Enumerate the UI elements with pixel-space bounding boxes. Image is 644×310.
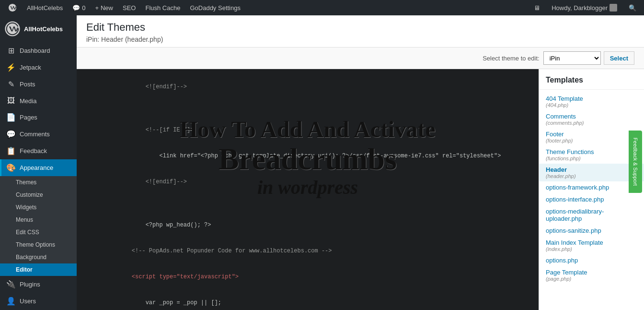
users-icon: 👤 <box>6 297 16 306</box>
comments-nav-label: Comments <box>20 131 50 138</box>
page-subtitle: iPin: Header (header.php) <box>86 36 634 43</box>
godaddy-button[interactable]: GoDaddy Settings <box>186 0 244 15</box>
template-main-index-file: (index.php) <box>546 246 637 252</box>
template-404-file: (404.php) <box>546 102 637 108</box>
select-button[interactable]: Select <box>604 51 634 65</box>
theme-options-label: Theme Options <box>16 241 55 248</box>
template-item-comments[interactable]: Comments (comments.php) <box>539 110 644 128</box>
feedback-tab-label: Feedback & Support <box>632 138 638 186</box>
template-header-name: Header <box>546 166 637 173</box>
sidebar-item-editor[interactable]: Editor <box>0 263 77 276</box>
sidebar-item-themes[interactable]: Themes <box>0 176 77 189</box>
flush-cache-button[interactable]: Flush Cache <box>141 0 184 15</box>
admin-bar: AllHotCelebs 💬 0 + New SEO Flush Cache G… <box>0 0 644 15</box>
sidebar-item-edit-css[interactable]: Edit CSS <box>0 226 77 238</box>
dashboard-icon: ⊞ <box>6 46 16 55</box>
posts-label: Posts <box>20 81 35 88</box>
comment-count: 0 <box>82 4 85 12</box>
sidebar-item-menus[interactable]: Menus <box>0 214 77 226</box>
sidebar-item-comments[interactable]: 💬 Comments <box>0 126 77 143</box>
comments-button[interactable]: 💬 0 <box>69 0 89 15</box>
templates-title: Templates <box>539 74 644 90</box>
sidebar-item-media[interactable]: 🖼 Media <box>0 93 77 109</box>
template-comments-name: Comments <box>546 113 637 120</box>
sidebar-site-name: AllHotCelebs <box>24 25 63 33</box>
users-label: Users <box>20 298 36 305</box>
menus-label: Menus <box>16 216 33 223</box>
template-page-file: (page.php) <box>546 276 637 282</box>
template-functions-name: Theme Functions <box>546 148 637 155</box>
screen-icon: 🖥 <box>534 4 540 12</box>
jetpack-label: Jetpack <box>20 64 41 71</box>
appearance-icon: 🎨 <box>6 163 16 172</box>
seo-label: SEO <box>123 4 136 12</box>
sidebar-item-background[interactable]: Background <box>0 251 77 263</box>
background-label: Background <box>16 254 46 261</box>
jetpack-icon: ⚡ <box>6 63 16 72</box>
template-item-options-interface[interactable]: options-interface.php <box>539 193 644 205</box>
search-icon-button[interactable]: 🔍 <box>625 0 640 15</box>
template-item-main-index[interactable]: Main Index Template (index.php) <box>539 237 644 254</box>
template-footer-file: (footer.php) <box>546 138 637 143</box>
template-options-name: options.php <box>546 257 637 264</box>
sidebar-item-appearance[interactable]: 🎨 Appearance <box>0 159 77 176</box>
selector-label: Select theme to edit: <box>483 55 540 62</box>
site-name-button[interactable]: AllHotCelebs <box>23 0 67 15</box>
template-options-medialibrary-name: options-medialibrary-uploader.php <box>546 208 637 222</box>
new-icon: + <box>95 4 99 12</box>
appearance-label: Appearance <box>20 164 53 171</box>
screen-options-button[interactable]: 🖥 <box>530 0 544 15</box>
theme-select-wrapper: iPin Select <box>543 51 634 65</box>
sidebar-item-users[interactable]: 👤 Users <box>0 293 77 310</box>
code-editor[interactable]: <![endif]--> <!--[if IE 7]> <link href="… <box>77 69 539 310</box>
theme-select-dropdown[interactable]: iPin <box>543 51 601 65</box>
sidebar-item-pages[interactable]: 📄 Pages <box>0 109 77 126</box>
new-button[interactable]: + New <box>91 0 117 15</box>
template-item-page-template[interactable]: Page Template (page.php) <box>539 266 644 284</box>
customize-label: Customize <box>16 191 43 198</box>
edit-css-label: Edit CSS <box>16 229 39 236</box>
sidebar-item-theme-options[interactable]: Theme Options <box>0 238 77 251</box>
templates-sidebar: Templates 404 Template (404.php) Comment… <box>539 69 644 310</box>
template-header-file: (header.php) <box>546 173 637 179</box>
sidebar-item-posts[interactable]: ✎ Posts <box>0 76 77 93</box>
pages-label: Pages <box>20 114 37 121</box>
avatar <box>610 4 617 12</box>
wp-logo-button[interactable] <box>4 0 21 15</box>
template-item-options-medialibrary[interactable]: options-medialibrary-uploader.php <box>539 205 644 225</box>
widgets-label: Widgets <box>16 204 36 211</box>
editor-label: Editor <box>16 266 33 273</box>
sidebar: AllHotCelebs ⊞ Dashboard ⚡ Jetpack ✎ Pos… <box>0 15 77 310</box>
new-label: New <box>101 4 113 12</box>
feedback-support-tab[interactable]: Feedback & Support <box>629 131 642 193</box>
template-item-options[interactable]: options.php <box>539 254 644 266</box>
template-functions-file: (functions.php) <box>546 155 637 161</box>
sidebar-item-customize[interactable]: Customize <box>0 189 77 201</box>
template-options-sanitize-name: options-sanitize.php <box>546 227 637 234</box>
editor-area: <![endif]--> <!--[if IE 7]> <link href="… <box>77 69 644 310</box>
page-header: Edit Themes iPin: Header (header.php) <box>77 15 644 48</box>
page-title: Edit Themes <box>86 21 634 34</box>
template-page-name: Page Template <box>546 269 637 276</box>
code-content: <![endif]--> <!--[if IE 7]> <link href="… <box>77 69 539 310</box>
media-icon: 🖼 <box>6 96 16 105</box>
plugins-label: Plugins <box>20 281 40 288</box>
dashboard-label: Dashboard <box>20 47 50 54</box>
template-footer-name: Footer <box>546 131 637 138</box>
sidebar-item-plugins[interactable]: 🔌 Plugins <box>0 276 77 293</box>
sidebar-item-jetpack[interactable]: ⚡ Jetpack <box>0 59 77 76</box>
template-main-index-name: Main Index Template <box>546 239 637 246</box>
sidebar-item-widgets[interactable]: Widgets <box>0 201 77 214</box>
pages-icon: 📄 <box>6 113 16 122</box>
howdy-button[interactable]: Howdy, Darkblogger <box>548 0 621 15</box>
sidebar-wp-logo <box>5 21 20 36</box>
sidebar-item-dashboard[interactable]: ⊞ Dashboard <box>0 42 77 59</box>
media-label: Media <box>20 97 36 105</box>
seo-button[interactable]: SEO <box>119 0 139 15</box>
template-item-options-sanitize[interactable]: options-sanitize.php <box>539 225 644 237</box>
template-item-404[interactable]: 404 Template (404.php) <box>539 93 644 110</box>
comments-nav-icon: 💬 <box>6 130 16 139</box>
sidebar-item-feedback[interactable]: 📋 Feedback <box>0 143 77 159</box>
posts-icon: ✎ <box>6 80 16 89</box>
sidebar-logo-area: AllHotCelebs <box>0 15 77 42</box>
